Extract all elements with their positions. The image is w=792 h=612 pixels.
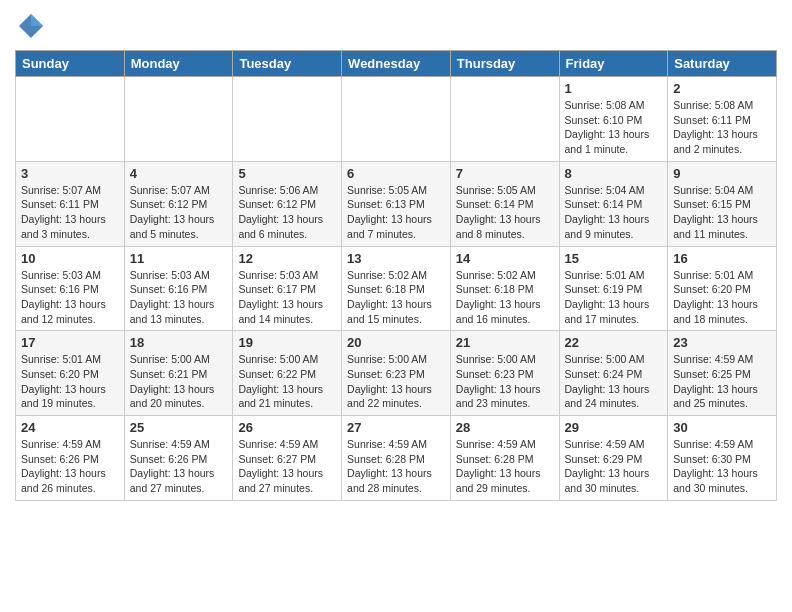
day-info: Sunrise: 5:02 AM Sunset: 6:18 PM Dayligh… <box>456 268 554 327</box>
day-number: 24 <box>21 420 119 435</box>
calendar-cell: 17Sunrise: 5:01 AM Sunset: 6:20 PM Dayli… <box>16 331 125 416</box>
day-number: 10 <box>21 251 119 266</box>
calendar-week-row: 24Sunrise: 4:59 AM Sunset: 6:26 PM Dayli… <box>16 416 777 501</box>
calendar-cell: 23Sunrise: 4:59 AM Sunset: 6:25 PM Dayli… <box>668 331 777 416</box>
day-info: Sunrise: 5:07 AM Sunset: 6:11 PM Dayligh… <box>21 183 119 242</box>
day-info: Sunrise: 4:59 AM Sunset: 6:29 PM Dayligh… <box>565 437 663 496</box>
calendar-cell: 8Sunrise: 5:04 AM Sunset: 6:14 PM Daylig… <box>559 161 668 246</box>
calendar-week-row: 10Sunrise: 5:03 AM Sunset: 6:16 PM Dayli… <box>16 246 777 331</box>
day-number: 25 <box>130 420 228 435</box>
calendar-cell: 30Sunrise: 4:59 AM Sunset: 6:30 PM Dayli… <box>668 416 777 501</box>
calendar-cell: 10Sunrise: 5:03 AM Sunset: 6:16 PM Dayli… <box>16 246 125 331</box>
day-info: Sunrise: 5:03 AM Sunset: 6:16 PM Dayligh… <box>130 268 228 327</box>
logo-icon <box>15 10 47 42</box>
day-header-thursday: Thursday <box>450 51 559 77</box>
day-header-wednesday: Wednesday <box>342 51 451 77</box>
calendar-cell <box>16 77 125 162</box>
day-header-saturday: Saturday <box>668 51 777 77</box>
day-number: 8 <box>565 166 663 181</box>
day-header-monday: Monday <box>124 51 233 77</box>
calendar-cell: 12Sunrise: 5:03 AM Sunset: 6:17 PM Dayli… <box>233 246 342 331</box>
calendar-cell: 16Sunrise: 5:01 AM Sunset: 6:20 PM Dayli… <box>668 246 777 331</box>
day-info: Sunrise: 5:00 AM Sunset: 6:23 PM Dayligh… <box>347 352 445 411</box>
day-info: Sunrise: 5:00 AM Sunset: 6:23 PM Dayligh… <box>456 352 554 411</box>
day-number: 20 <box>347 335 445 350</box>
calendar-cell: 9Sunrise: 5:04 AM Sunset: 6:15 PM Daylig… <box>668 161 777 246</box>
calendar-cell: 22Sunrise: 5:00 AM Sunset: 6:24 PM Dayli… <box>559 331 668 416</box>
calendar-cell: 15Sunrise: 5:01 AM Sunset: 6:19 PM Dayli… <box>559 246 668 331</box>
calendar-table: SundayMondayTuesdayWednesdayThursdayFrid… <box>15 50 777 501</box>
calendar-week-row: 3Sunrise: 5:07 AM Sunset: 6:11 PM Daylig… <box>16 161 777 246</box>
day-number: 6 <box>347 166 445 181</box>
day-info: Sunrise: 5:08 AM Sunset: 6:10 PM Dayligh… <box>565 98 663 157</box>
calendar-cell: 3Sunrise: 5:07 AM Sunset: 6:11 PM Daylig… <box>16 161 125 246</box>
day-info: Sunrise: 5:04 AM Sunset: 6:15 PM Dayligh… <box>673 183 771 242</box>
day-info: Sunrise: 5:03 AM Sunset: 6:16 PM Dayligh… <box>21 268 119 327</box>
logo <box>15 10 51 42</box>
day-number: 7 <box>456 166 554 181</box>
day-number: 12 <box>238 251 336 266</box>
day-number: 4 <box>130 166 228 181</box>
calendar-cell: 11Sunrise: 5:03 AM Sunset: 6:16 PM Dayli… <box>124 246 233 331</box>
day-info: Sunrise: 5:00 AM Sunset: 6:24 PM Dayligh… <box>565 352 663 411</box>
day-info: Sunrise: 4:59 AM Sunset: 6:28 PM Dayligh… <box>456 437 554 496</box>
day-info: Sunrise: 5:07 AM Sunset: 6:12 PM Dayligh… <box>130 183 228 242</box>
calendar-week-row: 17Sunrise: 5:01 AM Sunset: 6:20 PM Dayli… <box>16 331 777 416</box>
day-number: 16 <box>673 251 771 266</box>
day-number: 18 <box>130 335 228 350</box>
page-header <box>15 10 777 42</box>
day-info: Sunrise: 4:59 AM Sunset: 6:28 PM Dayligh… <box>347 437 445 496</box>
calendar-cell: 29Sunrise: 4:59 AM Sunset: 6:29 PM Dayli… <box>559 416 668 501</box>
day-number: 13 <box>347 251 445 266</box>
calendar-cell: 13Sunrise: 5:02 AM Sunset: 6:18 PM Dayli… <box>342 246 451 331</box>
calendar-header-row: SundayMondayTuesdayWednesdayThursdayFrid… <box>16 51 777 77</box>
calendar-week-row: 1Sunrise: 5:08 AM Sunset: 6:10 PM Daylig… <box>16 77 777 162</box>
calendar-cell: 24Sunrise: 4:59 AM Sunset: 6:26 PM Dayli… <box>16 416 125 501</box>
calendar-cell: 5Sunrise: 5:06 AM Sunset: 6:12 PM Daylig… <box>233 161 342 246</box>
day-info: Sunrise: 4:59 AM Sunset: 6:27 PM Dayligh… <box>238 437 336 496</box>
day-number: 29 <box>565 420 663 435</box>
calendar-cell: 21Sunrise: 5:00 AM Sunset: 6:23 PM Dayli… <box>450 331 559 416</box>
day-info: Sunrise: 5:00 AM Sunset: 6:21 PM Dayligh… <box>130 352 228 411</box>
day-info: Sunrise: 4:59 AM Sunset: 6:26 PM Dayligh… <box>21 437 119 496</box>
day-header-tuesday: Tuesday <box>233 51 342 77</box>
calendar-cell: 20Sunrise: 5:00 AM Sunset: 6:23 PM Dayli… <box>342 331 451 416</box>
day-number: 1 <box>565 81 663 96</box>
day-number: 5 <box>238 166 336 181</box>
calendar-cell: 7Sunrise: 5:05 AM Sunset: 6:14 PM Daylig… <box>450 161 559 246</box>
day-header-sunday: Sunday <box>16 51 125 77</box>
day-info: Sunrise: 5:05 AM Sunset: 6:14 PM Dayligh… <box>456 183 554 242</box>
day-number: 15 <box>565 251 663 266</box>
day-number: 27 <box>347 420 445 435</box>
day-info: Sunrise: 5:04 AM Sunset: 6:14 PM Dayligh… <box>565 183 663 242</box>
day-info: Sunrise: 4:59 AM Sunset: 6:25 PM Dayligh… <box>673 352 771 411</box>
day-info: Sunrise: 5:03 AM Sunset: 6:17 PM Dayligh… <box>238 268 336 327</box>
calendar-cell: 4Sunrise: 5:07 AM Sunset: 6:12 PM Daylig… <box>124 161 233 246</box>
calendar-cell: 14Sunrise: 5:02 AM Sunset: 6:18 PM Dayli… <box>450 246 559 331</box>
day-info: Sunrise: 5:08 AM Sunset: 6:11 PM Dayligh… <box>673 98 771 157</box>
calendar-cell: 2Sunrise: 5:08 AM Sunset: 6:11 PM Daylig… <box>668 77 777 162</box>
calendar-cell: 1Sunrise: 5:08 AM Sunset: 6:10 PM Daylig… <box>559 77 668 162</box>
day-info: Sunrise: 5:01 AM Sunset: 6:20 PM Dayligh… <box>21 352 119 411</box>
calendar-cell <box>450 77 559 162</box>
day-number: 14 <box>456 251 554 266</box>
calendar-cell <box>342 77 451 162</box>
calendar-cell: 18Sunrise: 5:00 AM Sunset: 6:21 PM Dayli… <box>124 331 233 416</box>
day-number: 17 <box>21 335 119 350</box>
day-info: Sunrise: 5:02 AM Sunset: 6:18 PM Dayligh… <box>347 268 445 327</box>
calendar-cell: 19Sunrise: 5:00 AM Sunset: 6:22 PM Dayli… <box>233 331 342 416</box>
day-number: 26 <box>238 420 336 435</box>
day-info: Sunrise: 4:59 AM Sunset: 6:26 PM Dayligh… <box>130 437 228 496</box>
day-number: 11 <box>130 251 228 266</box>
day-number: 19 <box>238 335 336 350</box>
day-info: Sunrise: 5:01 AM Sunset: 6:20 PM Dayligh… <box>673 268 771 327</box>
calendar-cell <box>233 77 342 162</box>
day-number: 9 <box>673 166 771 181</box>
calendar-cell: 28Sunrise: 4:59 AM Sunset: 6:28 PM Dayli… <box>450 416 559 501</box>
day-number: 2 <box>673 81 771 96</box>
calendar-cell: 26Sunrise: 4:59 AM Sunset: 6:27 PM Dayli… <box>233 416 342 501</box>
day-number: 30 <box>673 420 771 435</box>
day-info: Sunrise: 5:05 AM Sunset: 6:13 PM Dayligh… <box>347 183 445 242</box>
calendar-cell: 27Sunrise: 4:59 AM Sunset: 6:28 PM Dayli… <box>342 416 451 501</box>
day-info: Sunrise: 5:00 AM Sunset: 6:22 PM Dayligh… <box>238 352 336 411</box>
